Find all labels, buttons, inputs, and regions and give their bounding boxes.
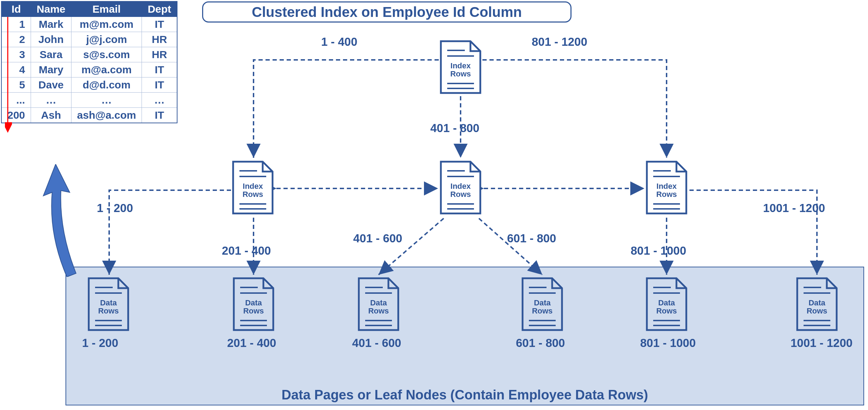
range-label: 201 - 400	[222, 244, 271, 257]
table-cell: Mark	[31, 17, 71, 32]
table-cell: m@a.com	[71, 62, 142, 77]
table-row: 5Daved@d.comIT	[1, 77, 177, 93]
table-cell: HR	[142, 32, 177, 47]
table-row: ...………	[1, 93, 177, 108]
mid-index-node: IndexRows	[645, 160, 688, 215]
range-label: 801 - 1200	[532, 35, 587, 49]
table-cell: j@j.com	[71, 32, 142, 47]
node-label: Rows	[450, 190, 471, 199]
range-label: 601 - 800	[507, 232, 556, 245]
leaf-range-label: 801 - 1000	[640, 336, 696, 350]
node-label: Data	[100, 298, 117, 307]
table-cell: IT	[142, 62, 177, 77]
diagram-title: Clustered Index on Employee Id Column	[202, 1, 572, 23]
leaf-data-node: DataRows	[521, 277, 563, 331]
table-cell: d@d.com	[71, 77, 142, 93]
range-label: 401 - 600	[353, 232, 402, 245]
leaf-data-node: DataRows	[87, 277, 130, 331]
table-cell: …	[31, 93, 71, 108]
node-label: Rows	[532, 306, 553, 315]
table-row: 1Markm@m.comIT	[1, 17, 177, 32]
table-row: 200Ashash@a.comIT	[1, 108, 177, 123]
node-label: Index	[656, 182, 676, 191]
leaf-range-label: 1001 - 1200	[791, 336, 853, 350]
table-cell: IT	[142, 108, 177, 123]
table-cell: ash@a.com	[71, 108, 142, 123]
range-label: 401 - 800	[430, 122, 479, 135]
range-label: 1 - 400	[321, 35, 357, 49]
leaf-data-node: DataRows	[645, 277, 688, 331]
table-cell: …	[71, 93, 142, 108]
node-label: Index	[450, 61, 470, 70]
leaf-range-label: 401 - 600	[352, 336, 401, 350]
node-label: Rows	[656, 306, 677, 315]
node-label: Data	[534, 298, 551, 307]
table-cell: Mary	[31, 62, 71, 77]
col-name: Name	[31, 1, 71, 17]
sort-arrow-icon	[5, 17, 12, 133]
leaf-nodes-container: Data Pages or Leaf Nodes (Contain Employ…	[65, 267, 864, 405]
mid-index-node: IndexRows	[439, 160, 482, 215]
mid-index-node: IndexRows	[232, 160, 274, 215]
node-label: Rows	[450, 69, 471, 78]
employee-table: Id Name Email Dept 1Markm@m.comIT2Johnj@…	[1, 1, 177, 123]
range-label: 1001 - 1200	[763, 201, 825, 215]
col-id: Id	[1, 1, 31, 17]
table-cell: HR	[142, 47, 177, 62]
node-label: Data	[658, 298, 675, 307]
leaf-range-label: 201 - 400	[227, 336, 276, 350]
leaf-data-node: DataRows	[357, 277, 400, 331]
node-label: Data	[370, 298, 387, 307]
table-row: 2Johnj@j.comHR	[1, 32, 177, 47]
table-cell: Sara	[31, 47, 71, 62]
node-label: Rows	[243, 306, 264, 315]
table-cell: …	[142, 93, 177, 108]
table-cell: John	[31, 32, 71, 47]
node-label: Rows	[98, 306, 119, 315]
col-email: Email	[71, 1, 142, 17]
table-cell: s@s.com	[71, 47, 142, 62]
node-label: Index	[243, 182, 263, 191]
leaf-range-label: 601 - 800	[516, 336, 565, 350]
node-label: Data	[808, 298, 825, 307]
node-label: Index	[450, 182, 470, 191]
node-label: Rows	[656, 190, 677, 199]
node-label: Data	[245, 298, 262, 307]
range-label: 801 - 1000	[631, 244, 686, 257]
table-cell: Dave	[31, 77, 71, 93]
leaf-data-node: DataRows	[796, 277, 838, 331]
data-flow-arrow-icon	[42, 164, 87, 277]
root-index-node: Index Rows	[439, 40, 482, 94]
node-label: Rows	[368, 306, 389, 315]
col-dept: Dept	[142, 1, 177, 17]
range-label: 1 - 200	[97, 201, 133, 215]
table-cell: IT	[142, 77, 177, 93]
leaf-data-node: DataRows	[232, 277, 275, 331]
table-row: 3Saras@s.comHR	[1, 47, 177, 62]
leaf-caption: Data Pages or Leaf Nodes (Contain Employ…	[66, 387, 863, 403]
node-label: Rows	[807, 306, 828, 315]
table-cell: Ash	[31, 108, 71, 123]
table-cell: IT	[142, 17, 177, 32]
leaf-range-label: 1 - 200	[82, 336, 118, 350]
node-label: Rows	[243, 190, 263, 199]
table-row: 4Marym@a.comIT	[1, 62, 177, 77]
table-cell: m@m.com	[71, 17, 142, 32]
